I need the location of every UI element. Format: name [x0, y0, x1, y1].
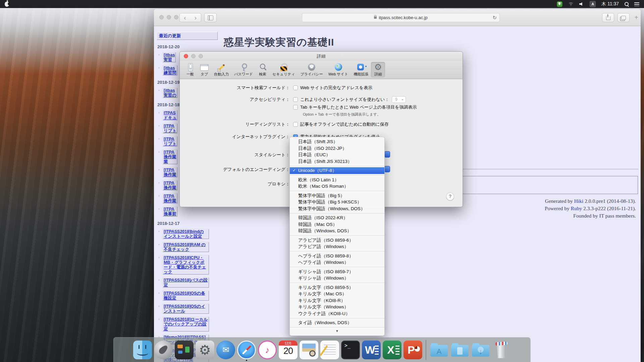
dock-downloads-folder-icon[interactable]: ↓ — [471, 341, 490, 359]
apple-logo-icon[interactable] — [5, 2, 9, 7]
shield-status-icon[interactable] — [557, 1, 562, 7]
encoding-menu-item[interactable] — [290, 327, 384, 327]
dock-thunderbird-icon[interactable]: ✉ — [216, 341, 235, 359]
back-button[interactable]: ‹ — [179, 13, 191, 22]
dock-powerpoint-icon[interactable]: P — [404, 341, 422, 359]
dock-finder-icon[interactable] — [133, 341, 152, 359]
encoding-menu-item[interactable]: キリル文字（KOI8-R） — [290, 297, 384, 304]
encoding-menu-item[interactable]: ▼ — [290, 329, 384, 334]
dock-textedit-icon[interactable] — [320, 341, 339, 359]
dock-applications-folder-icon[interactable]: A — [430, 341, 448, 359]
sidebar-toggle-button[interactable] — [204, 13, 217, 22]
forward-button[interactable]: › — [190, 13, 201, 22]
help-button[interactable]: ? — [446, 192, 454, 200]
dock-system-preferences-icon[interactable]: ⚙ — [196, 341, 214, 359]
encoding-menu-item[interactable]: 韓国語（Mac OS） — [290, 221, 384, 228]
prefs-tab-security[interactable]: セキュリティ — [270, 62, 298, 77]
encoding-menu-item[interactable]: アラビア語（ISO 8859-6） — [290, 237, 384, 244]
recent-update-entry[interactable]: [ITPASS2018]ローカルでのバックアップの設定 — [163, 317, 218, 331]
encoding-menu-item[interactable]: キリル文字（Mac OS） — [290, 291, 384, 297]
recent-update-entry[interactable]: [ITPASS2018]OSの各種設定 — [163, 291, 218, 301]
encoding-menu-item[interactable]: アラビア語（Windows） — [290, 243, 384, 250]
recent-update-entry[interactable]: [ITPA 換事前 — [163, 206, 218, 217]
encoding-menu-item[interactable]: ウクライナ語（KOI8-U） — [290, 310, 384, 317]
new-tab-button[interactable]: + — [633, 13, 640, 22]
footer-link[interactable]: Ruby — [571, 205, 582, 211]
menu-bar-clock[interactable]: 木 11:37 — [601, 1, 619, 7]
encoding-menu-item[interactable]: 日本語（Shift JIS X0213） — [290, 158, 384, 165]
encoding-menu-item[interactable]: 日本語（ISO 2022-JP） — [290, 145, 384, 152]
dock-documents-folder-icon[interactable] — [450, 341, 469, 359]
tab-highlight-checkbox[interactable] — [293, 105, 298, 110]
encoding-menu-item[interactable]: 日本語（EUC） — [290, 152, 384, 158]
encoding-menu-item[interactable]: キリル文字（Windows） — [290, 304, 384, 310]
dock-launchpad-icon[interactable] — [154, 341, 173, 359]
reading-list-checkbox[interactable] — [293, 122, 298, 127]
encoding-menu-item[interactable] — [290, 213, 384, 214]
prefs-tab-autofill[interactable]: 自動入力 — [211, 62, 231, 77]
recent-update-entry[interactable]: [ITPASS2018]bindのインストールと設定 — [163, 229, 218, 239]
address-bar[interactable]: itpass.scitec.kobe-u.ac.jp ↻ — [302, 13, 500, 22]
encoding-menu-item[interactable]: 繁体字中国語（Windows, DOS） — [290, 205, 384, 212]
encoding-menu-item[interactable]: 韓国語（ISO 2022-KR） — [290, 215, 384, 221]
encoding-menu-item[interactable] — [290, 318, 384, 318]
dock-trash-icon[interactable] — [492, 341, 511, 359]
dock-itunes-icon[interactable]: ♪ — [258, 341, 277, 359]
window-minimize-button[interactable] — [167, 15, 171, 19]
encoding-menu-item[interactable]: 繁体字中国語（Big 5 HKSCS） — [290, 199, 384, 205]
encoding-menu-item[interactable] — [290, 191, 384, 191]
dialog-close-button[interactable] — [184, 54, 188, 58]
prefs-tab-search[interactable]: 検索 — [256, 62, 270, 77]
recent-update-entry[interactable]: [ITPASS2018]バスの設定 — [163, 278, 218, 288]
encoding-menu-item[interactable]: ギリシャ語（ISO 8859-7） — [290, 268, 384, 275]
prefs-tab-advanced[interactable]: 詳細 — [371, 62, 385, 77]
recent-update-entry[interactable]: [ITPASS2018]RAM の不良チェック — [163, 242, 218, 252]
dock-word-icon[interactable]: W — [362, 341, 381, 359]
encoding-menu-item[interactable] — [290, 235, 384, 236]
encoding-menu-item[interactable]: 韓国語（Windows, DOS） — [290, 228, 384, 234]
encoding-menu-item[interactable] — [290, 166, 384, 166]
encoding-popup-button[interactable] — [384, 166, 390, 172]
encoding-menu-item[interactable]: ヘブライ語（Windows） — [290, 259, 384, 266]
encoding-menu-item[interactable] — [290, 175, 384, 175]
encoding-menu-item[interactable]: ヘブライ語（ISO 8859-8） — [290, 253, 384, 259]
wifi-off-icon[interactable] — [568, 2, 574, 6]
smart-search-checkbox[interactable] — [293, 85, 298, 90]
prefs-tab-passwords[interactable]: パスワード — [231, 62, 256, 77]
reload-button[interactable]: ↻ — [492, 13, 497, 22]
dock-terminal-icon[interactable]: >_ — [341, 341, 360, 359]
encoding-menu-item[interactable]: 日本語（Shift JIS） — [290, 138, 384, 145]
encoding-menu-item[interactable]: 欧米（Mac OS Roman） — [290, 183, 384, 190]
encoding-menu-item[interactable]: 繁体字中国語（Big 5） — [290, 192, 384, 199]
encoding-menu-item[interactable] — [290, 251, 384, 251]
min-font-size-checkbox[interactable] — [293, 97, 298, 102]
dock-calendar-icon[interactable]: 12月 20 — [279, 341, 298, 359]
prefs-tab-general[interactable]: 一般 — [183, 62, 197, 77]
notification-center-icon[interactable] — [634, 2, 639, 6]
dock-safari-icon[interactable] — [237, 341, 256, 359]
spotlight-icon[interactable] — [625, 2, 629, 6]
dock-preview-icon[interactable] — [300, 341, 318, 359]
dock-mission-control-icon[interactable] — [175, 341, 194, 359]
font-size-select[interactable]: 9 — [392, 96, 406, 103]
window-close-button[interactable] — [159, 15, 164, 19]
input-source-icon[interactable]: A — [590, 1, 596, 7]
tab-overview-button[interactable] — [618, 13, 630, 22]
encoding-menu-item[interactable]: ✓ Unicode（UTF-8） — [290, 167, 384, 174]
recent-update-entry[interactable]: [ITPASS2018]CPU・MB・グラフィックボード・電源の不良チェック — [163, 255, 218, 275]
encoding-menu-item[interactable]: キリル文字（ISO 8859-5） — [290, 284, 384, 291]
encoding-menu-item[interactable] — [290, 267, 384, 267]
prefs-tab-websites[interactable]: Web サイト — [326, 62, 351, 77]
window-zoom-button[interactable] — [174, 15, 178, 19]
prefs-tab-tabs[interactable]: タブ — [197, 62, 211, 77]
encoding-menu-item[interactable]: ギリシャ語（Windows） — [290, 275, 384, 282]
dock-excel-icon[interactable]: X — [383, 341, 401, 359]
footer-link[interactable]: Hiki — [574, 198, 584, 204]
stylesheet-popup-button[interactable] — [384, 151, 390, 158]
encoding-menu-item[interactable]: 欧米（ISO Latin 1） — [290, 177, 384, 183]
prefs-tab-extensions[interactable]: 機能拡張 — [351, 62, 371, 77]
recent-update-entry[interactable]: [ITPASS2018]OSのインストール — [163, 304, 218, 314]
share-button[interactable] — [602, 13, 614, 22]
encoding-menu-item[interactable]: タイ語（Windows, DOS） — [290, 319, 384, 326]
encoding-menu-item[interactable] — [290, 283, 384, 283]
